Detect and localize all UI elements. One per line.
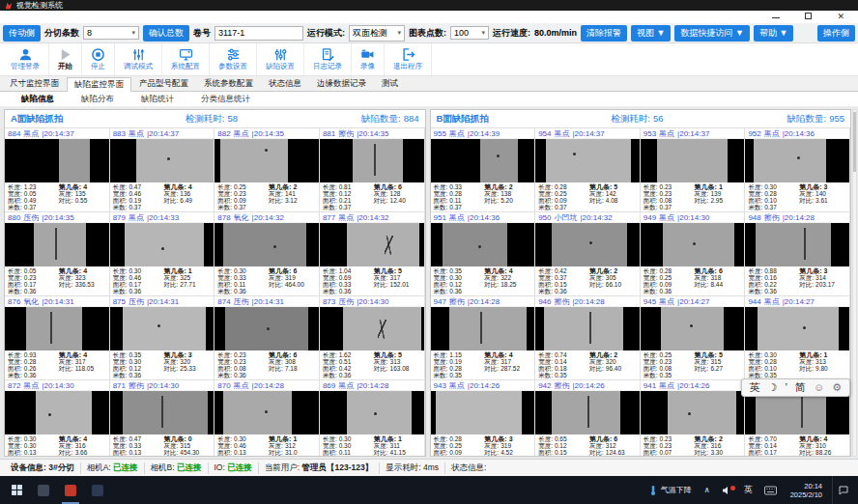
defect-card[interactable]: 946 擦伤 |20:14:28 长度:0.74宽度:0.14面积:0.18米数… bbox=[535, 296, 641, 380]
defect-card[interactable]: 879 黑点 |20:14:33 长度:0.30宽度:0.46面积:0.17米数… bbox=[110, 212, 215, 296]
defect-info-left: 长度:0.30宽度:0.30面积:0.11米数:0.35 bbox=[323, 435, 374, 457]
defect-card[interactable]: 949 黑点 |20:14:30 长度:0.28宽度:0.25面积:0.09米数… bbox=[641, 212, 746, 296]
sub-tab[interactable]: 缺陷信息 bbox=[8, 92, 68, 106]
defect-field: 宽度:0.12 bbox=[538, 442, 589, 449]
defect-card[interactable]: 873 压伤 |20:14:30 长度:1.62宽度:0.51面积:0.42米数… bbox=[320, 296, 425, 380]
run-mode-select[interactable]: 双面检测 bbox=[349, 25, 405, 42]
taskbar-app-2[interactable] bbox=[58, 476, 83, 504]
ime-apostrophe-icon[interactable]: ’ bbox=[785, 382, 786, 393]
defect-card[interactable]: 941 黑点 |20:14:26 长度:0.23宽度:0.23面积:0.07米数… bbox=[641, 380, 746, 457]
taskbar-app-3[interactable] bbox=[85, 476, 110, 504]
main-tab[interactable]: 测试 bbox=[374, 76, 406, 91]
input-language-indicator[interactable]: 英 bbox=[738, 484, 758, 496]
defect-id: 869 bbox=[323, 381, 335, 390]
weather-status[interactable]: 气温下降 bbox=[643, 485, 698, 496]
toolbar-login-button[interactable]: 管理登录 bbox=[2, 43, 49, 75]
sub-tab[interactable]: 分类信息统计 bbox=[187, 92, 264, 106]
toolbar-defect-settings-button[interactable]: 缺陷设置 bbox=[257, 43, 304, 75]
toolbar-exit-button[interactable]: 退出程序 bbox=[385, 43, 432, 75]
toolbar-system-config-button[interactable]: 系统配置 bbox=[162, 43, 210, 75]
defect-card[interactable]: 951 黑点 |20:14:36 长度:0.35宽度:0.30面积:0.12米数… bbox=[431, 212, 536, 296]
defect-card[interactable]: 950 小凹坑 |20:14:32 长度:0.42宽度:0.37面积:0.15米… bbox=[535, 212, 641, 296]
defect-card[interactable]: 883 黑点 |20:14:37 长度:0.47宽度:0.46面积:0.19米数… bbox=[110, 128, 215, 212]
ime-toolbar[interactable]: 英☽’简☺⚙ bbox=[741, 378, 850, 397]
sub-tab[interactable]: 缺陷分布 bbox=[68, 92, 128, 106]
defect-card[interactable]: 953 黑点 |20:14:37 长度:0.23宽度:0.23面积:0.08米数… bbox=[641, 128, 746, 212]
main-tab[interactable]: 尺寸监控界面 bbox=[2, 76, 67, 91]
defect-card[interactable]: 869 黑点 |20:14:28 长度:0.30宽度:0.30面积:0.11米数… bbox=[320, 380, 425, 457]
chart-points-select[interactable]: 100 bbox=[450, 26, 489, 40]
operator-side-button[interactable]: 操作侧 bbox=[817, 25, 855, 42]
main-tab[interactable]: 状态信息 bbox=[261, 76, 309, 91]
view-menu-button[interactable]: 视图 ▼ bbox=[631, 25, 671, 42]
defect-card[interactable]: 948 擦伤 |20:14:28 长度:0.88宽度:0.16面积:0.22米数… bbox=[745, 212, 850, 296]
defect-time: |20:14:26 bbox=[572, 381, 604, 390]
defect-card[interactable]: 943 黑点 |20:14:26 长度:0.28宽度:0.25面积:0.09米数… bbox=[431, 380, 536, 457]
toolbar-param-settings-button[interactable]: 参数设置 bbox=[210, 43, 257, 75]
ime-moon-icon[interactable]: ☽ bbox=[768, 382, 778, 393]
roll-number-input[interactable] bbox=[214, 26, 303, 41]
drive-side-button[interactable]: 传动侧 bbox=[3, 25, 41, 42]
defect-card[interactable]: 955 黑点 |20:14:39 长度:0.33宽度:0.28面积:0.11米数… bbox=[431, 128, 536, 212]
defect-field: 长度:0.28 bbox=[644, 267, 695, 274]
taskbar-app-1[interactable] bbox=[31, 476, 56, 504]
slit-count-select[interactable]: 8 bbox=[83, 26, 139, 40]
defect-card[interactable]: 875 压伤 |20:14:31 长度:0.35宽度:0.30面积:0.12米数… bbox=[110, 296, 215, 380]
defect-time: |20:14:26 bbox=[677, 381, 709, 390]
defect-info-right: 第几条:3灰度:140对比:3.61 bbox=[799, 183, 846, 210]
defect-card[interactable]: 947 擦伤 |20:14:28 长度:1.15宽度:0.19面积:0.28米数… bbox=[431, 296, 536, 380]
ime-lang-en-icon[interactable]: 英 bbox=[750, 382, 760, 393]
clock[interactable]: 20:14 2025/2/10 bbox=[783, 482, 830, 499]
defect-field: 米数:0.36 bbox=[8, 456, 59, 457]
defect-card[interactable]: 876 氧化 |20:14:31 长度:0.93宽度:0.28面积:0.26米数… bbox=[5, 296, 110, 380]
defect-card[interactable]: 874 压伤 |20:14:31 长度:0.23宽度:0.23面积:0.08米数… bbox=[214, 296, 320, 380]
main-tab[interactable]: 缺陷监控界面 bbox=[67, 77, 131, 92]
maximize-button[interactable] bbox=[805, 13, 812, 21]
defect-card[interactable]: 881 擦伤 |20:14:35 长度:0.81宽度:0.12面积:0.21米数… bbox=[320, 128, 425, 212]
toolbar-debug-mode-button[interactable]: 调试模式 bbox=[115, 43, 162, 75]
defect-card[interactable]: 880 压伤 |20:14:35 长度:0.05宽度:0.23面积:0.17米数… bbox=[5, 212, 110, 296]
defect-card[interactable]: 944 黑点 |20:14:27 长度:0.30宽度:0.28面积:0.10米数… bbox=[745, 296, 850, 380]
hidden-icons-chevron[interactable]: ∧ bbox=[700, 486, 715, 494]
notification-center-button[interactable] bbox=[832, 476, 854, 504]
help-menu-button[interactable]: 帮助 ▼ bbox=[754, 25, 793, 42]
volume-button[interactable] bbox=[717, 485, 736, 496]
main-tab[interactable]: 边缘数据记录 bbox=[309, 76, 374, 91]
close-button[interactable]: ✕ bbox=[837, 13, 844, 21]
touch-keyboard-button[interactable] bbox=[760, 486, 781, 495]
defect-card[interactable]: 878 氧化 |20:14:32 长度:0.30宽度:0.33面积:0.11米数… bbox=[214, 212, 320, 296]
defect-info: 长度:0.28宽度:0.25面积:0.09米数:0.35 第几条:3灰度:319… bbox=[431, 434, 535, 457]
toolbar-stop-button[interactable]: 停止 bbox=[82, 43, 115, 75]
defect-card[interactable]: 884 黑点 |20:14:37 长度:1.23宽度:0.05面积:0.49米数… bbox=[5, 128, 110, 212]
defect-card[interactable]: 871 擦伤 |20:14:30 长度:0.47宽度:0.33面积:0.13米数… bbox=[110, 380, 215, 457]
sub-tab[interactable]: 缺陷统计 bbox=[128, 92, 187, 106]
defect-card[interactable]: 882 黑点 |20:14:35 长度:0.25宽度:0.23面积:0.09米数… bbox=[214, 128, 320, 212]
scrollbar-thumb[interactable] bbox=[853, 112, 856, 172]
toolbar-record-button[interactable]: 录像 bbox=[352, 43, 385, 75]
defect-info: 长度:0.23宽度:0.23面积:0.07米数:0.35 第几条:2灰度:316… bbox=[641, 434, 745, 457]
defect-type: 黑点 bbox=[449, 380, 465, 391]
defect-card[interactable]: 942 擦伤 |20:14:26 长度:0.65宽度:0.12面积:0.15米数… bbox=[535, 380, 641, 457]
confirm-total-button[interactable]: 确认总数 bbox=[143, 25, 189, 42]
defect-card[interactable]: 872 黑点 |20:14:30 长度:0.30宽度:0.30面积:0.13米数… bbox=[5, 380, 110, 457]
vertical-scrollbar[interactable] bbox=[852, 109, 857, 457]
toolbar-log-button[interactable]: 日志记录 bbox=[304, 43, 352, 75]
start-button[interactable] bbox=[4, 476, 29, 504]
ime-simplified-icon[interactable]: 简 bbox=[795, 382, 806, 393]
toolbar-start-button[interactable]: 开始 bbox=[49, 43, 82, 75]
defect-card[interactable]: 877 黑点 |20:14:32 长度:1.04宽度:0.69面积:0.33米数… bbox=[320, 212, 425, 296]
minimize-button[interactable] bbox=[772, 13, 780, 21]
main-tab[interactable]: 系统参数配置 bbox=[196, 76, 261, 91]
main-tab[interactable]: 产品型号配置 bbox=[131, 76, 196, 91]
clear-alarm-button[interactable]: 清除报警 bbox=[581, 25, 627, 42]
defect-card[interactable]: 870 黑点 |20:14:28 长度:0.30宽度:0.46面积:0.13米数… bbox=[214, 380, 320, 457]
defect-info-left: 长度:0.30宽度:0.28面积:0.10米数:0.37 bbox=[748, 183, 799, 210]
data-quick-access-menu-button[interactable]: 数据快捷访问 ▼ bbox=[674, 25, 749, 42]
ime-smiley-icon[interactable]: ☺ bbox=[814, 382, 824, 393]
ime-settings-icon[interactable]: ⚙ bbox=[832, 382, 842, 393]
defect-card[interactable]: 954 黑点 |20:14:37 长度:0.28宽度:0.25面积:0.09米数… bbox=[535, 128, 641, 212]
defect-card[interactable]: 952 黑点 |20:14:36 长度:0.30宽度:0.28面积:0.10米数… bbox=[745, 128, 850, 212]
defect-field: 面积:0.28 bbox=[434, 365, 485, 372]
defect-card[interactable]: 945 黑点 |20:14:27 长度:0.25宽度:0.23面积:0.08米数… bbox=[641, 296, 746, 380]
defect-field: 面积:0.08 bbox=[644, 365, 695, 372]
